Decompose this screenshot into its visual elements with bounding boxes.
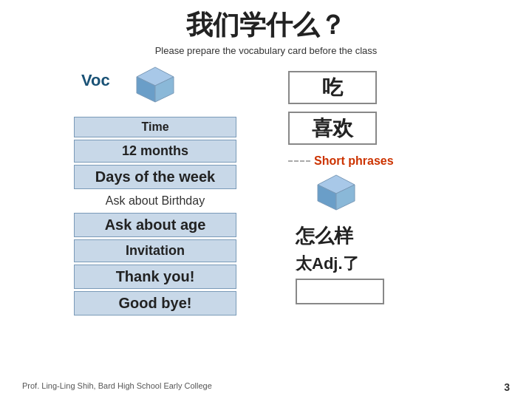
list-item-time: Time xyxy=(74,117,236,137)
char-chi: 吃 xyxy=(322,74,343,102)
list-item-invitation: Invitation xyxy=(74,239,236,262)
right-column: 吃 喜欢 Short phrases 怎么样 太A xyxy=(273,64,480,316)
right-box-chi: 吃 xyxy=(288,71,377,104)
list-item-thankyou: Thank you! xyxy=(74,265,236,289)
subtitle: Please prepare the vocabulary card befor… xyxy=(155,45,352,56)
page: 我们学什么？ Please prepare the vocabulary car… xyxy=(0,0,532,399)
char-zenmeyang: 怎么样 xyxy=(296,223,353,249)
cube-icon-right xyxy=(310,171,369,219)
voc-label: Voc xyxy=(81,71,110,90)
main-area: Voc Time 12 months Days of the week Ask … xyxy=(0,64,532,316)
cube-icon-left xyxy=(129,64,181,108)
footer-text: Prof. Ling-Ling Shih, Bard High School E… xyxy=(22,381,212,393)
list-item-days: Days of the week xyxy=(74,165,236,189)
class-label: class xyxy=(355,45,378,56)
list-item-birthday: Ask about Birthday xyxy=(74,191,236,211)
page-title: 我们学什么？ xyxy=(0,0,532,44)
voc-section: Voc xyxy=(129,64,181,109)
char-tai-adj: 太Adj.了 xyxy=(296,253,359,275)
right-box-xihuan: 喜欢 xyxy=(288,112,377,145)
short-phrases-label: Short phrases xyxy=(314,154,394,168)
footer: Prof. Ling-Ling Shih, Bard High School E… xyxy=(0,381,532,393)
right-empty-box xyxy=(296,279,384,304)
vocabulary-list: Time 12 months Days of the week Ask abou… xyxy=(37,117,273,316)
list-item-age: Ask about age xyxy=(74,213,236,237)
left-column: Voc Time 12 months Days of the week Ask … xyxy=(37,64,273,316)
page-number: 3 xyxy=(504,381,510,393)
char-xihuan: 喜欢 xyxy=(312,115,353,143)
list-item-goodbye: Good bye! xyxy=(74,291,236,316)
list-item-12months: 12 months xyxy=(74,140,236,163)
short-phrases-section: Short phrases xyxy=(288,154,394,168)
